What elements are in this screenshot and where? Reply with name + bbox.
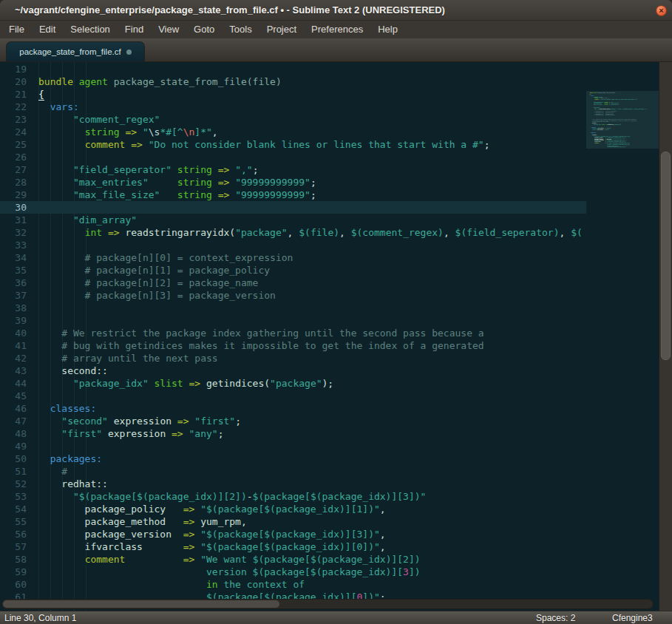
menu-item-file[interactable]: File [1,21,32,38]
cursor-position-label: Line 30, Column 1 [4,613,76,623]
status-bar: Line 30, Column 1 Spaces: 2 Cfengine3 [0,611,672,624]
code-line: 51 # [0,465,586,478]
horizontal-scrollbar-thumb[interactable] [3,600,279,608]
code-line: 27 "field_seperator" string => ","; [0,163,586,176]
code-line: 43 second:: [0,364,586,377]
line-number: 22 [0,101,27,113]
code-line: 59 version $(package[$(package_idx)][3]) [0,566,586,578]
code-line: 41 # bug with getindices makes it imposs… [0,339,586,352]
modified-dot-icon [126,50,132,55]
code-line: 55 package_method => yum_rpm, [0,515,586,528]
line-number: 39 [0,314,27,327]
close-button[interactable]: × [656,5,667,16]
menu-item-tools[interactable]: Tools [222,21,259,38]
code-line: 60 in the context of [0,578,586,591]
line-number: 41 [0,339,27,352]
code-line: 42 # array until the next pass [0,352,586,364]
line-number: 20 [0,75,27,88]
line-number: 34 [0,251,27,264]
sublime-window: ~/vagrant/cfengine_enterprise/package_st… [0,0,672,624]
line-number: 26 [0,151,27,163]
line-number: 29 [0,189,27,201]
menu-item-find[interactable]: Find [118,21,151,38]
code-line: 24 string => "\s*#[^\n]*", [0,126,586,138]
code-line: 44 "package_idx" slist => getindices("pa… [0,377,586,390]
minimap-content: bundle agent package_state_from_file(fil… [588,91,649,148]
code-line: 48 "first" expression => "any"; [0,427,586,440]
line-number: 23 [0,113,27,126]
line-number: 32 [0,226,27,239]
minimap[interactable]: bundle agent package_state_from_file(fil… [586,62,659,611]
line-number: 21 [0,88,27,101]
code-line: 54 package_policy => "$(package[$(packag… [0,503,586,515]
line-number: 28 [0,176,27,189]
menu-item-preferences[interactable]: Preferences [304,21,370,38]
line-number: 48 [0,427,27,440]
line-number: 44 [0,377,27,390]
code-line: 20bundle agent package_state_from_file(f… [0,75,586,88]
line-number: 25 [0,138,27,151]
close-icon: × [659,6,663,15]
tab-bar: package_state_from_file.cf [0,38,672,62]
line-number: 37 [0,289,27,302]
code-line: 25 comment => "Do not consider blank lin… [0,138,586,151]
code-line: 34 # package[n][0] = context_expression [0,251,586,264]
line-number: 31 [0,214,27,226]
tab-label: package_state_from_file.cf [19,47,121,56]
horizontal-scrollbar[interactable] [1,599,654,609]
code-line: 57 ifvarclass => "$(package[$(package_id… [0,540,586,553]
menu-item-goto[interactable]: Goto [186,21,222,38]
code-line: 29 "max_file_size" string => "9999999999… [0,189,586,201]
line-number: 35 [0,264,27,277]
line-number: 55 [0,515,27,528]
menu-item-project[interactable]: Project [259,21,304,38]
line-number: 56 [0,528,27,540]
syntax-setting[interactable]: Cfengine3 [612,613,653,623]
indent-setting[interactable]: Spaces: 2 [536,613,575,623]
code-line: int => readstringarrayidx("package", $(f… [588,108,649,109]
code-line: 26 [0,151,586,163]
code-line: 37 # package[n][3] = package_version [0,289,586,302]
code-line: 52 redhat:: [0,478,586,490]
line-number: 24 [0,126,27,138]
code-line: 28 "max_entries" string => "99999999999"… [0,176,586,189]
menu-item-selection[interactable]: Selection [63,21,117,38]
menu-bar: FileEditSelectionFindViewGotoToolsProjec… [0,21,672,38]
code-line: 23 "comment_regex" [0,113,586,126]
line-number: 46 [0,402,27,415]
code-line: 56 package_version => "$(package[$(packa… [0,528,586,540]
line-number: 49 [0,440,27,452]
vertical-scrollbar-thumb[interactable] [661,152,671,360]
code-line: 46 classes: [0,402,586,415]
vertical-scrollbar[interactable] [659,62,672,611]
code-line: 32 int => readstringarrayidx("package", … [0,226,586,239]
code-line: 30 [0,201,586,214]
menu-item-view[interactable]: View [151,21,186,38]
line-number: 53 [0,490,27,503]
code-line: 21{ [0,88,586,101]
code-line: 49 [0,440,586,452]
code-line: 50 packages: [0,452,586,465]
line-number: 45 [0,390,27,402]
menu-item-edit[interactable]: Edit [32,21,63,38]
line-number: 59 [0,566,27,578]
line-number: 30 [0,201,27,214]
editor: 1920bundle agent package_state_from_file… [0,62,672,611]
code-area[interactable]: 1920bundle agent package_state_from_file… [0,62,586,611]
tab-package-state-from-file[interactable]: package_state_from_file.cf [6,41,145,61]
code-line: 38 [0,302,586,314]
window-title: ~/vagrant/cfengine_enterprise/package_st… [15,4,445,16]
line-number: 38 [0,302,27,314]
line-number: 50 [0,452,27,465]
title-bar: ~/vagrant/cfengine_enterprise/package_st… [0,0,672,21]
code-line: 19 [0,63,586,75]
line-number: 19 [0,63,27,75]
code-line: 22 vars: [0,101,586,113]
code-line: 47 "second" expression => "first"; [0,415,586,427]
line-number: 40 [0,327,27,339]
code-line: 35 # package[n][1] = package_policy [0,264,586,277]
menu-item-help[interactable]: Help [370,21,405,38]
code-line: 45 [0,390,586,402]
line-number: 58 [0,553,27,566]
code-lines: 1920bundle agent package_state_from_file… [0,63,586,603]
